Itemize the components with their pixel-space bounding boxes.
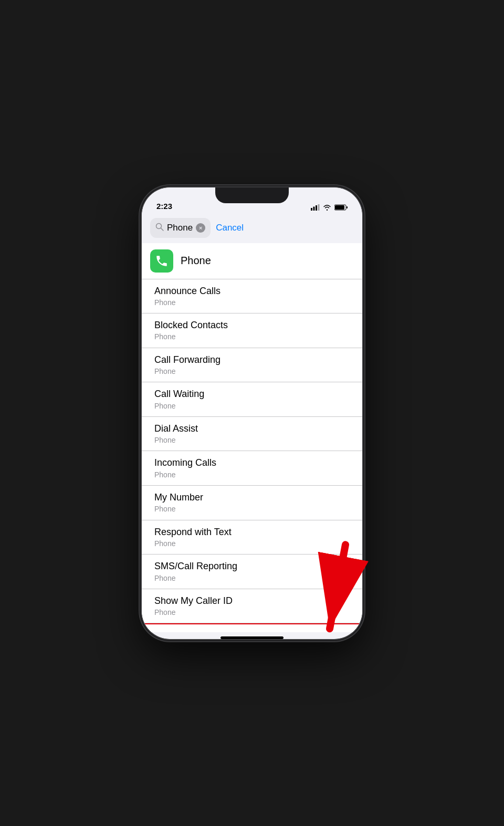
list-item-announce-calls[interactable]: Announce CallsPhone	[142, 279, 362, 314]
item-title: Dial Assist	[154, 423, 354, 435]
item-title: Silence Unknown Callers	[156, 630, 352, 632]
notch	[215, 187, 289, 203]
item-title: Incoming Calls	[154, 457, 354, 469]
list-item-dial-assist[interactable]: Dial AssistPhone	[142, 417, 362, 452]
svg-rect-0	[311, 208, 312, 211]
svg-rect-1	[313, 206, 315, 211]
list-item-show-my-caller-id[interactable]: Show My Caller IDPhone	[142, 589, 362, 624]
search-input[interactable]: Phone	[167, 223, 193, 233]
list-item-my-number[interactable]: My NumberPhone	[142, 486, 362, 520]
status-time: 2:23	[156, 202, 172, 211]
item-title: Call Forwarding	[154, 354, 354, 366]
phone-app-label: Phone	[181, 255, 211, 267]
list-item-blocked-contacts[interactable]: Blocked ContactsPhone	[142, 313, 362, 348]
item-subtitle: Phone	[154, 470, 354, 479]
svg-rect-3	[318, 204, 320, 211]
search-results-list: Announce CallsPhoneBlocked ContactsPhone…	[142, 279, 362, 632]
search-bar[interactable]: Phone ×	[150, 218, 211, 238]
list-item-incoming-calls[interactable]: Incoming CallsPhone	[142, 451, 362, 486]
list-item-silence-unknown-callers[interactable]: Silence Unknown CallersPhone	[143, 623, 361, 632]
item-title: SMS/Call Reporting	[154, 560, 354, 572]
item-title: Blocked Contacts	[154, 319, 354, 331]
item-subtitle: Phone	[154, 298, 354, 307]
item-subtitle: Phone	[154, 435, 354, 445]
item-title: Respond with Text	[154, 526, 354, 538]
phone-frame: 2:23	[142, 187, 362, 639]
list-item-call-waiting[interactable]: Call WaitingPhone	[142, 382, 362, 417]
item-subtitle: Phone	[154, 573, 354, 583]
item-subtitle: Phone	[154, 539, 354, 548]
search-icon	[155, 223, 164, 233]
item-subtitle: Phone	[154, 401, 354, 411]
screen: 2:23	[142, 187, 362, 639]
list-item-call-forwarding-1[interactable]: Call ForwardingPhone	[142, 348, 362, 383]
item-title: Announce Calls	[154, 285, 354, 297]
item-title: My Number	[154, 492, 354, 504]
phone-icon	[155, 254, 169, 268]
home-indicator[interactable]	[220, 636, 284, 639]
search-clear-button[interactable]: ×	[196, 223, 205, 233]
status-icons	[311, 204, 348, 211]
wifi-icon	[323, 204, 331, 211]
item-title: Call Waiting	[154, 388, 354, 400]
item-subtitle: Phone	[154, 608, 354, 617]
content-list: Phone Announce CallsPhoneBlocked Contact…	[142, 243, 362, 632]
item-subtitle: Phone	[154, 504, 354, 514]
cancel-button[interactable]: Cancel	[211, 223, 244, 233]
list-item-sms-call-reporting[interactable]: SMS/Call ReportingPhone	[142, 555, 362, 589]
svg-rect-2	[316, 205, 317, 211]
item-subtitle: Phone	[154, 332, 354, 341]
svg-rect-6	[346, 206, 348, 208]
item-subtitle: Phone	[154, 367, 354, 376]
svg-rect-5	[335, 205, 344, 210]
svg-line-8	[161, 228, 164, 231]
phone-app-row[interactable]: Phone	[142, 243, 362, 279]
signal-icon	[311, 204, 320, 211]
item-title: Show My Caller ID	[154, 595, 354, 607]
battery-icon	[334, 204, 348, 211]
list-item-respond-with-text[interactable]: Respond with TextPhone	[142, 520, 362, 555]
search-bar-container: Phone × Cancel	[142, 214, 362, 243]
phone-app-icon	[150, 249, 173, 273]
status-bar: 2:23	[142, 187, 362, 214]
